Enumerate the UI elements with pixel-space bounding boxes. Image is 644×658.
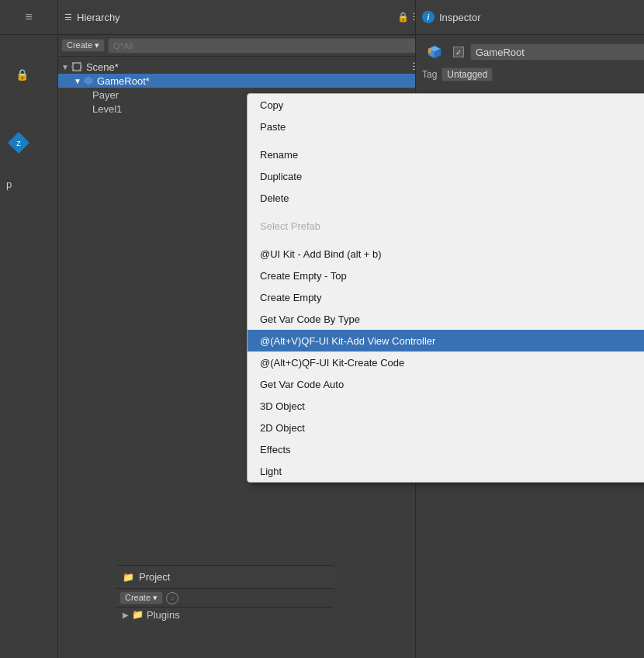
gameroot-label: GameRoot*: [97, 75, 150, 87]
gameobject-icon: [422, 40, 447, 64]
payer-label: Payer: [92, 89, 119, 101]
delete-label: Delete: [260, 192, 289, 204]
duplicate-label: Duplicate: [260, 171, 302, 182]
gameroot-row[interactable]: ▼ GameRoot*: [58, 74, 427, 88]
inspector-tab: i Inspector Co: [416, 0, 644, 35]
add-view-controller-label: @(Alt+V)QF-UI Kit-Add View Controller: [260, 335, 435, 347]
tag-row: Tag Untagged: [422, 68, 644, 81]
svg-marker-2: [84, 76, 93, 85]
menu-item-create-empty[interactable]: Create Empty: [248, 286, 644, 308]
menu-item-get-var-by-type[interactable]: Get Var Code By Type ▶: [248, 308, 644, 330]
2d-object-label: 2D Object: [260, 422, 305, 434]
main-area: ☰ Hierarchy 🔒 ☰ Create ▾ ▼ Scene* ☰: [58, 0, 644, 658]
plugins-arrow-icon: ▶: [123, 611, 129, 619]
search-input[interactable]: [108, 38, 424, 54]
scene-arrow-icon: ▼: [61, 63, 69, 71]
left-toolbar: ≡ 🔒 z p: [0, 0, 58, 658]
menu-item-2d-object[interactable]: 2D Object ▶: [248, 417, 644, 438]
unity-icon: [71, 61, 83, 73]
menu-item-get-var-auto[interactable]: Get Var Code Auto: [248, 373, 644, 395]
menu-item-3d-object[interactable]: 3D Object ▶: [248, 395, 644, 417]
scene-name: Scene*: [86, 61, 119, 73]
plugins-label: Plugins: [147, 609, 180, 621]
inspector-title: Inspector: [439, 12, 480, 23]
add-bind-label: @UI Kit - Add Bind (alt + b): [260, 248, 382, 260]
menu-item-create-code[interactable]: @(Alt+C)QF-UI Kit-Create Code: [248, 352, 644, 373]
context-menu: Copy Paste Rename Duplicate Delete Selec…: [247, 93, 644, 483]
select-prefab-label: Select Prefab: [260, 220, 320, 232]
menu-item-effects[interactable]: Effects ▶: [248, 438, 644, 460]
separator-2: [248, 209, 644, 215]
folder-icon: 📁: [123, 572, 134, 583]
plugins-row[interactable]: ▶ 📁 Plugins: [116, 608, 334, 622]
paste-label: Paste: [260, 121, 286, 133]
hierarchy-title: Hierarchy: [77, 12, 120, 23]
level1-label: Level1: [92, 103, 122, 115]
gameobject-name-field[interactable]: [470, 43, 644, 61]
hierarchy-tab: ☰ Hierarchy 🔒 ☰: [58, 0, 427, 35]
separator-1: [248, 137, 644, 144]
lock-icon: 🔒: [16, 68, 29, 81]
inspector-content: ✓ Tag Untagged: [416, 35, 644, 88]
list-icon: ☰: [64, 12, 72, 23]
tag-label: Tag: [422, 69, 437, 80]
project-toolbar: Create ▾ ⌕: [116, 589, 334, 608]
project-search-icon[interactable]: ⌕: [166, 592, 178, 604]
info-icon: i: [422, 11, 435, 23]
get-var-auto-label: Get Var Code Auto: [260, 379, 344, 390]
z-label: z: [8, 132, 29, 154]
tag-value[interactable]: Untagged: [441, 68, 493, 81]
create-empty-label: Create Empty: [260, 292, 321, 303]
get-var-by-type-label: Get Var Code By Type: [260, 313, 360, 325]
rename-label: Rename: [260, 149, 298, 161]
menu-item-duplicate[interactable]: Duplicate: [248, 165, 644, 187]
project-tab: 📁 Project: [116, 566, 334, 589]
hierarchy-toolbar: Create ▾: [58, 35, 427, 57]
menu-item-create-empty-top[interactable]: Create Empty - Top: [248, 265, 644, 286]
menu-item-copy[interactable]: Copy: [248, 94, 644, 116]
menu-item-add-view-controller[interactable]: @(Alt+V)QF-UI Kit-Add View Controller: [248, 330, 644, 352]
create-button[interactable]: Create ▾: [61, 39, 105, 52]
effects-label: Effects: [260, 444, 291, 455]
gameroot-arrow-icon: ▼: [74, 77, 81, 85]
menu-item-paste[interactable]: Paste: [248, 116, 644, 137]
light-label: Light: [260, 466, 282, 477]
menu-item-select-prefab[interactable]: Select Prefab: [248, 215, 644, 237]
hamburger-icon[interactable]: ≡: [25, 10, 32, 24]
create-empty-top-label: Create Empty - Top: [260, 270, 347, 282]
create-code-label: @(Alt+C)QF-UI Kit-Create Code: [260, 357, 404, 369]
svg-marker-1: [72, 62, 81, 71]
menu-item-delete[interactable]: Delete: [248, 187, 644, 209]
gameobject-header: ✓: [422, 41, 644, 63]
separator-3: [248, 237, 644, 243]
menu-item-add-bind[interactable]: @UI Kit - Add Bind (alt + b): [248, 243, 644, 265]
menu-item-rename[interactable]: Rename: [248, 144, 644, 165]
menu-item-light[interactable]: Light ▶: [248, 460, 644, 482]
project-panel: 📁 Project Create ▾ ⌕ ▶ 📁 Plugins: [116, 565, 334, 658]
gameroot-icon: [83, 75, 94, 86]
toolbar-top: ≡: [0, 0, 57, 35]
project-title: Project: [139, 571, 170, 583]
p-label: p: [6, 178, 12, 190]
plugins-folder-icon: 📁: [132, 609, 144, 620]
scene-row: ▼ Scene* ☰: [58, 60, 427, 74]
copy-label: Copy: [260, 99, 283, 111]
3d-object-label: 3D Object: [260, 400, 305, 412]
panel-lock-icon[interactable]: 🔒: [397, 12, 409, 23]
active-checkbox[interactable]: ✓: [453, 47, 464, 57]
project-create-button[interactable]: Create ▾: [119, 591, 163, 604]
